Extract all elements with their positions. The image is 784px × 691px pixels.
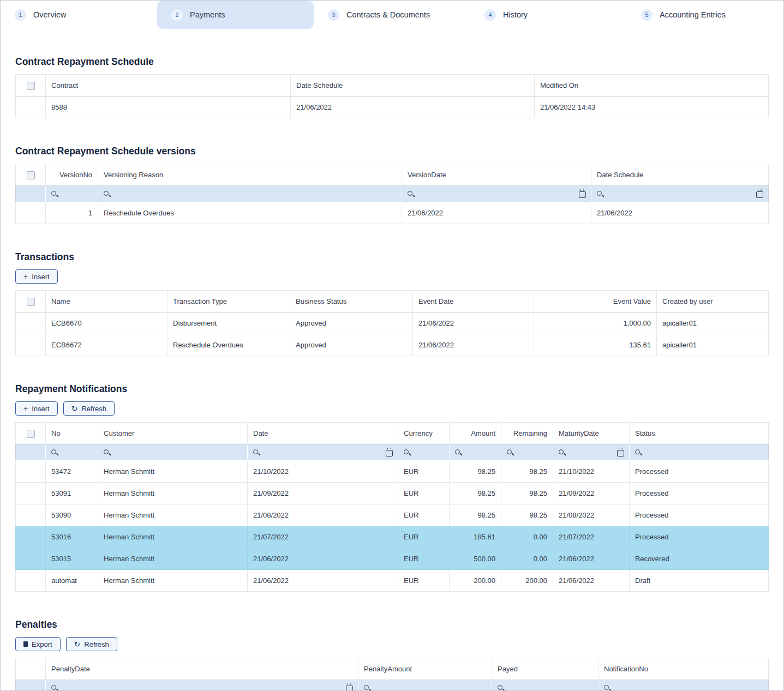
table-row[interactable]: 53016 Herman Schmitt 21/07/2022 EUR 185.…: [16, 526, 769, 548]
row-select-cell[interactable]: [16, 334, 46, 356]
table-row[interactable]: 53090 Herman Schmitt 21/08/2022 EUR 98.2…: [16, 504, 769, 526]
column-header-currency[interactable]: Currency: [398, 423, 450, 444]
tab-contracts-documents[interactable]: 3 Contracts & Documents: [314, 1, 470, 29]
column-header-name[interactable]: Name: [46, 291, 167, 313]
select-all-cell[interactable]: [16, 423, 46, 444]
select-all-cell[interactable]: [16, 291, 46, 313]
column-header-versiondate[interactable]: VersionDate: [402, 164, 591, 186]
column-header-penaltydate[interactable]: PenaltyDate: [46, 658, 358, 680]
table-row[interactable]: ECB6672 Reschedule Overdues Approved 21/…: [16, 334, 769, 356]
table-row[interactable]: 8588 21/06/2022 21/06/2022 14:43: [16, 97, 769, 118]
column-header-notificationno[interactable]: NotificationNo: [599, 658, 769, 680]
table-row[interactable]: 53091 Herman Schmitt 21/09/2022 EUR 98.2…: [16, 483, 769, 504]
column-header-modified-on[interactable]: Modified On: [535, 75, 769, 97]
table-row[interactable]: 53472 Herman Schmitt 21/10/2022 EUR 98.2…: [16, 461, 769, 483]
table-row[interactable]: 1 Reschedule Overdues 21/06/2022 21/06/2…: [16, 202, 769, 224]
cell-event-date: 21/06/2022: [413, 334, 534, 356]
row-select-cell[interactable]: [16, 483, 46, 504]
calendar-icon[interactable]: [579, 191, 586, 198]
filter-date[interactable]: [248, 444, 398, 461]
filter-versiondate[interactable]: [402, 186, 591, 202]
tab-overview[interactable]: 1 Overview: [1, 1, 157, 29]
row-select-cell[interactable]: [16, 313, 46, 334]
column-header-amount[interactable]: Amount: [450, 423, 501, 444]
column-header-contract[interactable]: Contract: [46, 75, 291, 97]
cell-contract: 8588: [46, 97, 291, 118]
tab-history[interactable]: 4 History: [470, 1, 627, 29]
row-select-cell[interactable]: [16, 526, 46, 548]
filter-amount[interactable]: [450, 444, 501, 461]
column-header-event-value[interactable]: Event Value: [534, 291, 657, 313]
column-header-transaction-type[interactable]: Transaction Type: [167, 291, 290, 313]
column-header-maturitydate[interactable]: MaturityDate: [553, 423, 630, 444]
column-header-event-date[interactable]: Event Date: [413, 291, 534, 313]
filter-penaltydate[interactable]: [46, 680, 358, 691]
filter-versioning-reason[interactable]: [98, 186, 402, 202]
filter-no[interactable]: [46, 444, 98, 461]
column-header-payed[interactable]: Payed: [492, 658, 599, 680]
tab-number-badge: 3: [328, 9, 339, 21]
filter-versionno[interactable]: [46, 186, 98, 202]
column-header-date-schedule[interactable]: Date Schedule: [291, 75, 535, 97]
refresh-button[interactable]: ↻ Refresh: [63, 401, 115, 416]
select-all-cell[interactable]: [16, 75, 46, 97]
filter-date-schedule[interactable]: [591, 186, 769, 202]
filter-payed[interactable]: [492, 680, 599, 691]
column-header-penaltyamount[interactable]: PenaltyAmount: [358, 658, 492, 680]
cell-event-value: 1,000.00: [534, 313, 657, 334]
column-header-customer[interactable]: Customer: [98, 423, 248, 444]
filter-remaining[interactable]: [501, 444, 553, 461]
row-select-cell[interactable]: [16, 202, 46, 224]
select-all-checkbox[interactable]: [27, 82, 35, 90]
column-header-remaining[interactable]: Remaining: [501, 423, 553, 444]
cell-amount: 98.25: [450, 483, 501, 504]
row-select-cell[interactable]: [16, 97, 46, 118]
search-icon: [454, 449, 462, 456]
tab-payments[interactable]: 2 Payments: [157, 1, 314, 29]
column-header-created-by-user[interactable]: Created by user: [657, 291, 769, 313]
filter-status[interactable]: [630, 444, 769, 461]
calendar-icon[interactable]: [346, 686, 353, 691]
insert-button[interactable]: + Insert: [15, 401, 58, 416]
table-row[interactable]: automat Herman Schmitt 21/06/2022 EUR 20…: [16, 570, 769, 592]
calendar-icon[interactable]: [756, 191, 763, 198]
column-header-no[interactable]: No: [46, 423, 98, 444]
tab-accounting-entries[interactable]: 5 Accounting Entries: [627, 1, 783, 29]
row-select-cell[interactable]: [16, 461, 46, 483]
column-header-date[interactable]: Date: [248, 423, 398, 444]
column-header-business-status[interactable]: Business Status: [290, 291, 413, 313]
select-all-checkbox[interactable]: [27, 298, 35, 306]
cell-event-date: 21/06/2022: [413, 313, 534, 334]
calendar-icon[interactable]: [617, 450, 624, 456]
cell-amount: 200.00: [450, 570, 501, 592]
filter-cell-empty: [16, 680, 46, 691]
refresh-button[interactable]: ↻ Refresh: [66, 637, 117, 651]
insert-button[interactable]: + Insert: [15, 269, 58, 284]
column-header-date-schedule[interactable]: Date Schedule: [591, 164, 769, 186]
select-all-cell[interactable]: [16, 164, 46, 186]
calendar-icon[interactable]: [386, 450, 393, 456]
penalties-toolbar: Export ↻ Refresh: [15, 637, 769, 651]
select-all-checkbox[interactable]: [27, 171, 35, 179]
row-select-cell[interactable]: [16, 548, 46, 570]
search-icon: [497, 684, 505, 691]
cell-amount: 500.00: [450, 548, 501, 570]
column-header-status[interactable]: Status: [630, 423, 769, 444]
filter-notificationno[interactable]: [599, 680, 769, 691]
table-row[interactable]: ECB6670 Disbursement Approved 21/06/2022…: [16, 313, 769, 334]
table-row[interactable]: 53015 Herman Schmitt 21/06/2022 EUR 500.…: [16, 548, 769, 570]
column-header-versioning-reason[interactable]: Versioning Reason: [98, 164, 402, 186]
column-header-versionno[interactable]: VersionNo: [46, 164, 98, 186]
select-all-checkbox[interactable]: [27, 430, 35, 438]
cell-modified-on: 21/06/2022 14:43: [535, 97, 769, 118]
cell-maturitydate: 21/06/2022: [553, 548, 630, 570]
row-select-cell[interactable]: [16, 504, 46, 526]
filter-currency[interactable]: [398, 444, 450, 461]
filter-customer[interactable]: [98, 444, 248, 461]
export-button[interactable]: Export: [15, 637, 61, 651]
filter-maturitydate[interactable]: [553, 444, 630, 461]
row-select-cell[interactable]: [16, 570, 46, 592]
filter-cell-empty: [16, 444, 46, 461]
filter-penaltyamount[interactable]: [358, 680, 492, 691]
cell-currency: EUR: [398, 570, 450, 592]
